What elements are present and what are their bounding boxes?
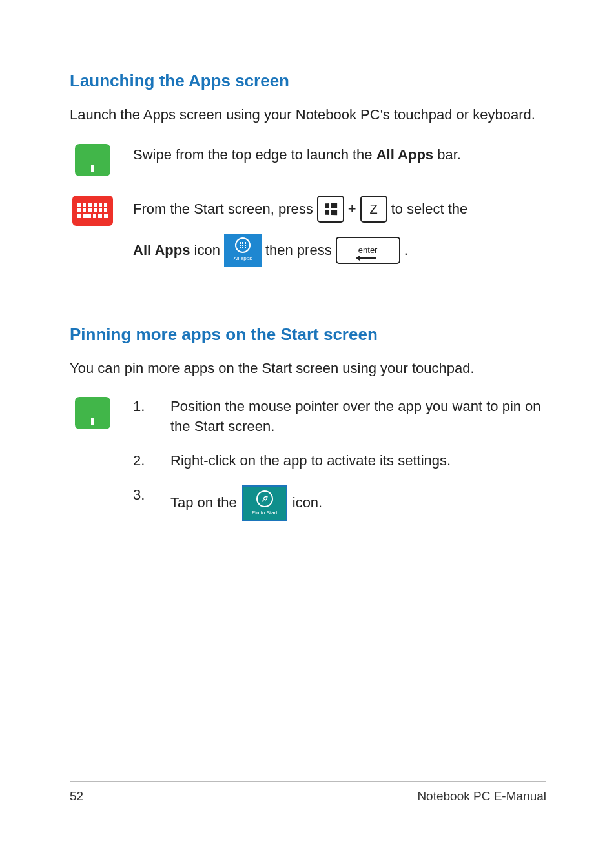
- pin-tile-label: Pin to Start: [252, 509, 278, 516]
- footer-title: Notebook PC E-Manual: [417, 789, 546, 803]
- kb-line1-post: to select the: [391, 198, 468, 219]
- page-footer: 52 Notebook PC E-Manual: [70, 781, 546, 803]
- touchpad-instruction-text: Swipe from the top edge to launch the Al…: [133, 144, 546, 165]
- page-number: 52: [70, 789, 83, 803]
- touchpad-instruction-row: Swipe from the top edge to launch the Al…: [70, 144, 546, 176]
- kb-line2-then: then press: [265, 239, 332, 261]
- intro-text-1: Launch the Apps screen using your Notebo…: [70, 105, 546, 125]
- intro-text-2: You can pin more apps on the Start scree…: [70, 359, 546, 378]
- section-heading-launching: Launching the Apps screen: [70, 71, 546, 91]
- step-number: 1.: [133, 397, 151, 437]
- step-1: 1. Position the mouse pointer over the a…: [133, 397, 546, 437]
- all-apps-tile-icon: All apps: [224, 234, 262, 267]
- step-2: 2. Right-click on the app to activate it…: [133, 451, 546, 471]
- section-heading-pinning: Pinning more apps on the Start screen: [70, 325, 546, 345]
- windows-key: [317, 196, 344, 223]
- touchpad-icon-cell: [70, 144, 115, 176]
- keyboard-instruction-text: From the Start screen, press + Z to sele…: [133, 196, 546, 267]
- touchpad-icon-cell-2: [70, 397, 115, 429]
- touchpad-icon: [75, 397, 110, 429]
- step-number: 3.: [133, 485, 151, 521]
- touchpad-text-pre: Swipe from the top edge to launch the: [133, 146, 376, 163]
- step-3: 3. Tap on the Pin to Start icon.: [133, 485, 546, 521]
- pin-icon: [260, 494, 269, 503]
- windows-logo-icon: [325, 203, 336, 215]
- step-text: Position the mouse pointer over the app …: [170, 397, 546, 437]
- z-key: Z: [360, 196, 387, 223]
- keyboard-icon: [72, 196, 113, 226]
- enter-key: enter: [336, 237, 400, 264]
- step3-pre: Tap on the: [170, 493, 237, 513]
- kb-line1-pre: From the Start screen, press: [133, 198, 313, 219]
- pinning-instruction-row: 1. Position the mouse pointer over the a…: [70, 397, 546, 535]
- step-text: Right-click on the app to activate its s…: [170, 451, 546, 471]
- pin-to-start-tile-icon: Pin to Start: [242, 485, 287, 521]
- keyboard-instruction-row: From the Start screen, press + Z to sele…: [70, 196, 546, 267]
- step-number: 2.: [133, 451, 151, 471]
- touchpad-icon: [75, 144, 110, 176]
- kb-line2-period: .: [404, 239, 408, 261]
- plus-sign: +: [348, 198, 356, 219]
- touchpad-text-bold: All Apps: [376, 146, 433, 163]
- enter-key-label: enter: [358, 244, 378, 257]
- all-apps-tile-label: All apps: [234, 255, 252, 263]
- touchpad-text-post: bar.: [433, 146, 461, 163]
- keyboard-icon-cell: [70, 196, 115, 226]
- kb-line2-mid: icon: [190, 242, 220, 258]
- pinning-steps: 1. Position the mouse pointer over the a…: [133, 397, 546, 535]
- step3-post: icon.: [293, 493, 322, 513]
- kb-line2-bold: All Apps: [133, 242, 190, 258]
